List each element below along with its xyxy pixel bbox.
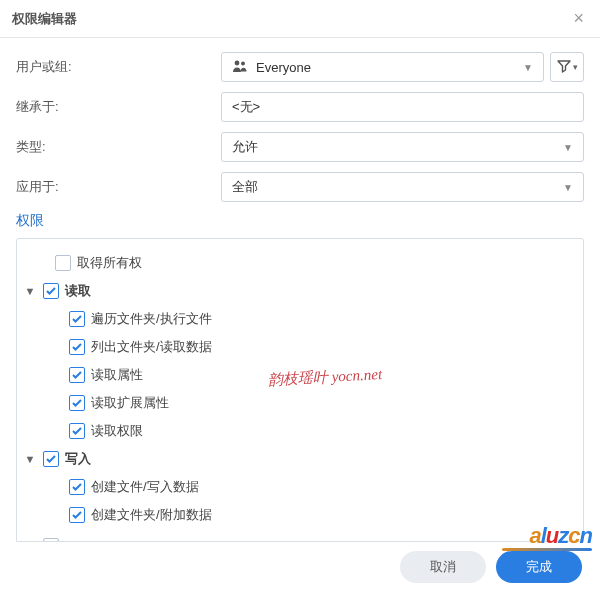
tree-label: 列出文件夹/读取数据 xyxy=(91,338,212,356)
checkbox[interactable] xyxy=(69,367,85,383)
tree-row: ▼ 遍历文件夹/执行文件 xyxy=(23,305,577,333)
chevron-down-icon: ▼ xyxy=(563,142,573,153)
chevron-down-icon: ▼ xyxy=(563,182,573,193)
tree-label: 遍历文件夹/执行文件 xyxy=(91,310,212,328)
type-value: 允许 xyxy=(232,138,258,156)
svg-point-0 xyxy=(235,60,240,65)
close-button[interactable]: × xyxy=(569,8,588,29)
tree-row: ▼ 读取权限 xyxy=(23,417,577,445)
checkbox[interactable] xyxy=(43,451,59,467)
tree-row: ▼ 列出文件夹/读取数据 xyxy=(23,333,577,361)
dialog: 权限编辑器 × 用户或组: Everyone ▼ ▾ xyxy=(0,0,600,542)
dialog-header: 权限编辑器 × xyxy=(0,0,600,38)
type-select[interactable]: 允许 ▼ xyxy=(221,132,584,162)
row-type: 类型: 允许 ▼ xyxy=(16,132,584,162)
checkbox[interactable] xyxy=(55,255,71,271)
checkbox[interactable] xyxy=(69,339,85,355)
inherit-input[interactable]: <无> xyxy=(221,92,584,122)
checkbox[interactable] xyxy=(69,423,85,439)
svg-point-1 xyxy=(241,61,245,65)
tree-label: 读取属性 xyxy=(91,366,143,384)
tree-label: 创建文件/写入数据 xyxy=(91,478,199,496)
funnel-icon xyxy=(557,59,571,76)
user-select[interactable]: Everyone ▼ xyxy=(221,52,544,82)
control-user: Everyone ▼ ▾ xyxy=(221,52,584,82)
checkbox[interactable] xyxy=(69,311,85,327)
collapse-icon[interactable]: ▼ xyxy=(23,285,37,297)
dialog-title: 权限编辑器 xyxy=(12,10,77,28)
apply-select[interactable]: 全部 ▼ xyxy=(221,172,584,202)
section-title: 权限 xyxy=(16,212,584,230)
label-user: 用户或组: xyxy=(16,58,221,76)
done-button[interactable]: 完成 xyxy=(496,551,582,583)
permission-tree[interactable]: 取得所有权 ▼ 读取 ▼ 遍历文件夹/执行文件 ▼ 列出文件夹/读取数据 ▼ 读 xyxy=(16,238,584,542)
collapse-icon[interactable]: ▼ xyxy=(23,453,37,465)
tree-label: 读取权限 xyxy=(91,422,143,440)
tree-label: 创建文件夹/附加数据 xyxy=(91,506,212,524)
label-type: 类型: xyxy=(16,138,221,156)
inherit-value: <无> xyxy=(232,98,260,116)
control-apply: 全部 ▼ xyxy=(221,172,584,202)
row-apply: 应用于: 全部 ▼ xyxy=(16,172,584,202)
checkbox[interactable] xyxy=(43,538,59,542)
row-user: 用户或组: Everyone ▼ ▾ xyxy=(16,52,584,82)
tree-label: 取得所有权 xyxy=(77,254,142,272)
control-type: 允许 ▼ xyxy=(221,132,584,162)
tree-row: ▼ 读取 xyxy=(23,277,577,305)
close-icon: × xyxy=(573,8,584,28)
tree-row: ▼ 创建文件夹/附加数据 xyxy=(23,501,577,529)
label-apply: 应用于: xyxy=(16,178,221,196)
row-inherit: 继承于: <无> xyxy=(16,92,584,122)
tree-row: ▼ 读取扩展属性 xyxy=(23,389,577,417)
cancel-button[interactable]: 取消 xyxy=(400,551,486,583)
tree-label: 读取 xyxy=(65,282,91,300)
checkbox[interactable] xyxy=(69,507,85,523)
checkbox[interactable] xyxy=(69,395,85,411)
checkbox[interactable] xyxy=(43,283,59,299)
checkbox[interactable] xyxy=(69,479,85,495)
label-inherit: 继承于: xyxy=(16,98,221,116)
tree-row: ▼ 写入 xyxy=(23,445,577,473)
chevron-down-icon: ▾ xyxy=(573,62,578,72)
tree-label: 读取扩展属性 xyxy=(91,394,169,412)
dialog-footer: 取消 完成 xyxy=(400,551,582,583)
apply-value: 全部 xyxy=(232,178,258,196)
tree-row: ▼ 读取属性 xyxy=(23,361,577,389)
filter-button[interactable]: ▾ xyxy=(550,52,584,82)
dialog-body: 用户或组: Everyone ▼ ▾ 继承于: xyxy=(0,38,600,542)
control-inherit: <无> xyxy=(221,92,584,122)
tree-label: 写入 xyxy=(65,450,91,468)
tree-row: ▼ 创建文件/写入数据 xyxy=(23,473,577,501)
tree-row: 取得所有权 xyxy=(23,249,577,277)
user-select-value: Everyone xyxy=(256,60,311,75)
tree-row-partial: ▼ xyxy=(23,529,577,542)
people-icon xyxy=(232,59,248,76)
chevron-down-icon: ▼ xyxy=(523,62,533,73)
